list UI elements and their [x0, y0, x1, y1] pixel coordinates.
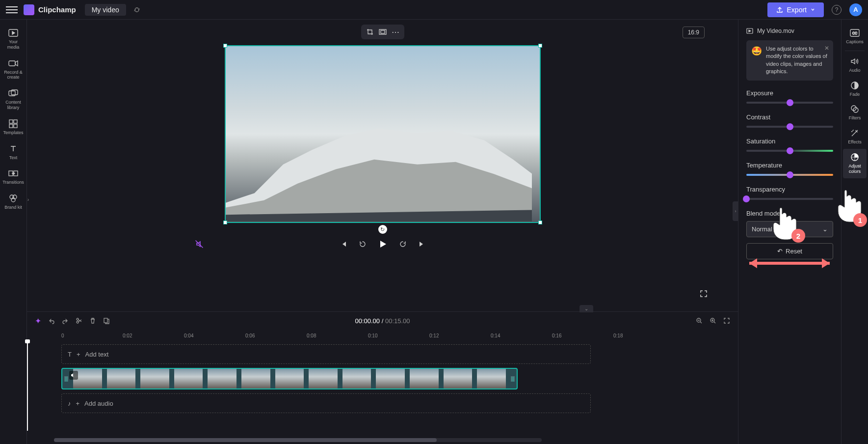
user-avatar[interactable]: A: [849, 3, 862, 16]
sidebar-item-audio[interactable]: Audio: [843, 53, 867, 77]
resize-handle-br[interactable]: [538, 221, 542, 224]
brand-icon: [8, 194, 18, 203]
clip-handle-right[interactable]: ||: [511, 376, 515, 382]
contrast-slider[interactable]: [746, 126, 833, 128]
camera-icon: [8, 59, 18, 68]
timeline-ruler[interactable]: 0 0:02 0:04 0:06 0:08 0:10 0:12 0:14 0:1…: [27, 330, 738, 341]
resize-handle-tl[interactable]: [223, 44, 227, 48]
app-logo[interactable]: Clipchamp: [24, 4, 76, 15]
svg-point-24: [851, 106, 856, 111]
video-file-icon: [746, 28, 753, 34]
resize-handle-tr[interactable]: [538, 44, 542, 48]
sidebar-item-filters[interactable]: Filters: [843, 101, 867, 125]
playhead[interactable]: [27, 342, 28, 431]
sidebar-item-your-media[interactable]: Your media: [1, 25, 25, 54]
blend-mode-select[interactable]: Normal ⌄: [746, 221, 833, 237]
next-frame-button[interactable]: [419, 241, 425, 248]
magic-tool[interactable]: ✦: [35, 316, 41, 326]
clip-visibility-icon[interactable]: [69, 371, 78, 380]
rotate-handle[interactable]: ↻: [378, 225, 387, 234]
reset-button[interactable]: ↶ Reset: [746, 243, 833, 259]
text-track[interactable]: T + Add text: [61, 344, 591, 364]
timeline-scrollbar[interactable]: [54, 438, 542, 442]
timeline-collapse-button[interactable]: ⌄: [579, 305, 593, 312]
sidebar-item-adjust-colors[interactable]: Adjust colors: [843, 149, 867, 178]
clip-thumbnail: [342, 369, 371, 388]
more-tool[interactable]: ⋯: [390, 27, 401, 37]
left-sidebar: Your media Record & create Content libra…: [0, 20, 27, 444]
sidebar-item-fade[interactable]: Fade: [843, 77, 867, 101]
redo-button[interactable]: [62, 317, 69, 324]
undo-icon: ↶: [777, 248, 783, 255]
panel-file-header: My Video.mov: [746, 28, 833, 34]
temperature-slider[interactable]: [746, 174, 833, 176]
panel-collapse-button[interactable]: ›: [733, 201, 738, 221]
undo-button[interactable]: [48, 317, 55, 324]
app-name: Clipchamp: [38, 5, 76, 14]
zoom-in-button[interactable]: [710, 317, 716, 324]
far-right-sidebar: CC Captions Audio Fade Filters Effects A…: [841, 20, 868, 444]
detach-audio-button[interactable]: [195, 240, 204, 249]
audio-track[interactable]: ♪ + Add audio: [61, 393, 591, 413]
exposure-slider[interactable]: [746, 102, 833, 104]
timeline-time-display: 00:00.00 / 00:15.00: [355, 317, 410, 325]
sidebar-item-transitions[interactable]: Transitions: [1, 165, 25, 189]
svg-rect-14: [381, 30, 385, 33]
transitions-icon: [8, 169, 18, 178]
svg-rect-6: [9, 124, 13, 128]
fit-tool[interactable]: [377, 27, 389, 37]
clip-thumbnail: [174, 369, 203, 388]
skip-back-button[interactable]: [359, 240, 367, 248]
audio-track-icon: ♪: [68, 400, 71, 407]
temperature-label: Temperature: [746, 162, 833, 169]
library-icon: [8, 89, 18, 98]
exposure-label: Exposure: [746, 89, 833, 97]
clip-thumbnail: [208, 369, 237, 388]
svg-point-16: [77, 321, 79, 323]
fit-zoom-button[interactable]: [723, 317, 730, 324]
zoom-out-button[interactable]: [696, 317, 703, 324]
transparency-slider[interactable]: [746, 198, 833, 200]
preview-frame[interactable]: ↻: [225, 45, 541, 223]
clip-thumbnail: [275, 369, 304, 388]
crop-tool[interactable]: [364, 27, 376, 37]
skip-forward-button[interactable]: [399, 240, 407, 248]
sidebar-item-content-library[interactable]: Content library: [1, 85, 25, 114]
help-button[interactable]: ?: [832, 5, 842, 15]
split-button[interactable]: [76, 317, 82, 324]
clip-thumbnail: [241, 369, 270, 388]
svg-rect-5: [14, 120, 17, 123]
timeline-tracks: T + Add text ||: [27, 344, 738, 413]
export-button[interactable]: Export: [767, 2, 824, 17]
sidebar-item-effects[interactable]: Effects: [843, 125, 867, 149]
sidebar-item-captions[interactable]: CC Captions: [843, 25, 867, 49]
sidebar-item-templates[interactable]: Templates: [1, 115, 25, 139]
video-title-input[interactable]: My video: [85, 4, 126, 16]
video-track-clip[interactable]: || ||: [61, 368, 518, 389]
sidebar-item-brand-kit[interactable]: Brand kit ›: [1, 190, 25, 214]
chevron-down-icon: ⌄: [822, 225, 828, 233]
sidebar-item-record[interactable]: Record & create: [1, 55, 25, 84]
center-area: ⋯ 16:9 ↻: [27, 20, 738, 444]
prev-frame-button[interactable]: [340, 241, 347, 248]
svg-point-25: [853, 108, 858, 112]
menu-button[interactable]: [6, 4, 18, 16]
sidebar-item-text[interactable]: Text: [1, 140, 25, 165]
tip-close-button[interactable]: ✕: [824, 44, 829, 53]
fullscreen-button[interactable]: [700, 290, 708, 298]
preview-video-canvas[interactable]: [226, 46, 540, 222]
duplicate-button[interactable]: [103, 317, 110, 324]
clip-thumbnail: [140, 369, 169, 388]
aspect-ratio-selector[interactable]: 16:9: [683, 27, 705, 38]
svg-text:CC: CC: [852, 31, 857, 35]
blend-mode-label: Blend mode: [746, 210, 833, 217]
resize-handle-bl[interactable]: [223, 221, 227, 224]
tip-emoji-icon: 🤩: [751, 45, 762, 76]
svg-rect-17: [104, 318, 107, 323]
saturation-slider[interactable]: [746, 150, 833, 152]
filters-icon: [850, 105, 860, 113]
clip-handle-left[interactable]: ||: [64, 376, 68, 382]
playback-controls: [340, 240, 425, 249]
delete-button[interactable]: [89, 317, 96, 324]
play-button[interactable]: [378, 240, 387, 249]
